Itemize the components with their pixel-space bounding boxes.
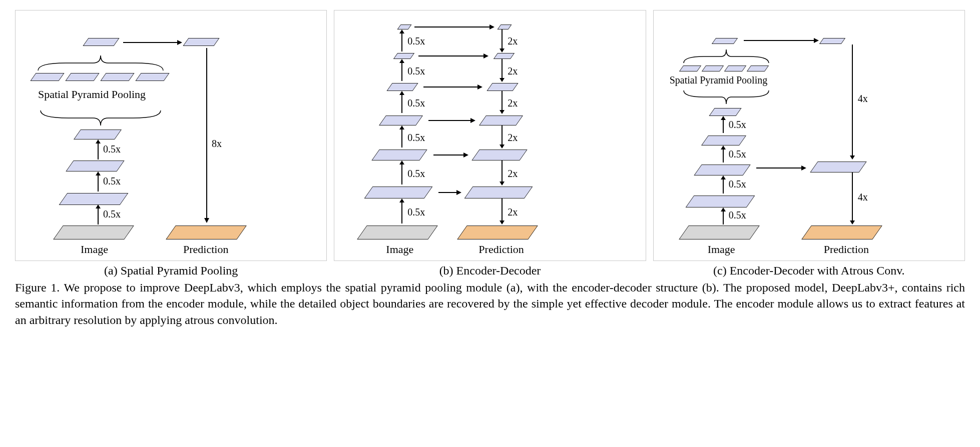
svg-marker-31: [500, 182, 505, 186]
prediction-slab: [166, 226, 247, 240]
subtitle-b: (b) Encoder-Decoder: [334, 264, 646, 278]
svg-marker-61: [850, 220, 855, 224]
svg-marker-17: [399, 91, 404, 95]
feature-slab: [709, 108, 741, 116]
feature-slab: [59, 193, 129, 205]
scale-label: 0.5x: [729, 178, 746, 190]
spp-branch: [30, 73, 64, 81]
scale-label: 0.5x: [407, 66, 425, 77]
prediction-label: Prediction: [183, 243, 228, 256]
svg-marker-47: [721, 208, 726, 212]
down-arrow-icon: [849, 172, 856, 224]
up-arrow-icon: [398, 30, 405, 52]
scale-label: 8x: [212, 138, 222, 150]
svg-marker-3: [96, 172, 101, 176]
figure-caption: Figure 1. We propose to improve DeepLabv…: [15, 280, 965, 328]
scale-label: 2x: [508, 132, 518, 144]
panel-a: Image 0.5x 0.5x 0.5x Spatial Pyramid Poo…: [15, 10, 327, 261]
feature-slab: [694, 164, 750, 176]
prediction-label: Prediction: [478, 243, 524, 256]
up-arrow-icon: [95, 172, 102, 192]
feature-slab: [498, 24, 512, 30]
up-arrow-icon: [398, 198, 405, 224]
feature-slab: [74, 130, 122, 140]
svg-marker-37: [483, 54, 488, 58]
image-label: Image: [708, 243, 735, 256]
up-arrow-icon: [720, 116, 727, 134]
up-arrow-icon: [720, 208, 727, 226]
svg-marker-11: [399, 198, 404, 202]
decoder-mid-slab: [810, 162, 866, 172]
svg-marker-21: [399, 30, 404, 34]
down-arrow-icon: [499, 126, 506, 148]
svg-marker-53: [721, 116, 726, 120]
down-arrow-icon: [499, 30, 506, 52]
svg-marker-13: [399, 160, 404, 164]
down-arrow-icon: [499, 160, 506, 186]
spp-branch: [724, 66, 746, 72]
svg-marker-51: [721, 146, 726, 150]
skip-arrow-icon: [423, 84, 482, 90]
svg-marker-35: [489, 24, 495, 30]
scale-label: 0.5x: [407, 98, 425, 109]
brace-icon: [681, 88, 771, 107]
figure-panels: Image 0.5x 0.5x 0.5x Spatial Pyramid Poo…: [15, 10, 965, 261]
spp-branch: [679, 66, 701, 72]
spp-branch: [100, 73, 134, 81]
svg-marker-45: [456, 190, 461, 195]
image-label: Image: [81, 243, 108, 256]
skip-arrow-icon: [433, 152, 468, 158]
down-arrow-icon: [499, 91, 506, 114]
svg-marker-43: [463, 152, 468, 158]
skip-arrow-icon: [438, 189, 461, 196]
feature-slab: [372, 150, 427, 160]
merged-feature-slab: [711, 38, 737, 44]
svg-marker-59: [801, 166, 806, 170]
scale-label: 0.5x: [729, 210, 746, 221]
svg-marker-7: [177, 40, 182, 45]
input-slab: [357, 226, 438, 240]
spp-branch: [701, 66, 723, 72]
input-slab: [53, 226, 134, 240]
scale-label: 0.5x: [103, 208, 121, 220]
top-right-slab: [819, 38, 845, 44]
scale-label: 4x: [858, 192, 868, 203]
feature-slab: [487, 83, 519, 91]
svg-marker-25: [500, 78, 505, 82]
up-arrow-icon: [720, 146, 727, 164]
svg-marker-9: [204, 218, 209, 223]
top-right-slab: [183, 38, 219, 46]
scale-label: 2x: [508, 36, 518, 47]
svg-marker-55: [814, 38, 819, 43]
skip-arrow-icon: [418, 52, 488, 60]
spp-branch: [135, 73, 169, 81]
feature-slab: [364, 186, 433, 198]
feature-slab: [66, 160, 124, 172]
down-arrow-icon: [499, 59, 506, 82]
up-arrow-icon: [398, 59, 405, 82]
right-arrow-icon: [123, 38, 183, 47]
up-arrow-icon: [398, 91, 405, 114]
skip-arrow-icon: [428, 117, 475, 124]
feature-slab: [685, 196, 755, 208]
input-slab: [679, 226, 760, 240]
brace-icon: [681, 48, 771, 65]
scale-label: 2x: [508, 66, 518, 77]
image-label: Image: [386, 243, 413, 256]
svg-marker-27: [500, 110, 505, 114]
feature-slab: [379, 116, 423, 126]
down-arrow-icon: [203, 48, 210, 223]
feature-slab: [701, 136, 746, 146]
scale-label: 0.5x: [729, 119, 746, 130]
subtitle-a: (a) Spatial Pyramid Pooling: [15, 264, 327, 278]
svg-marker-5: [96, 140, 101, 144]
up-arrow-icon: [720, 176, 727, 194]
scale-label: 0.5x: [407, 36, 425, 47]
spp-label: Spatial Pyramid Pooling: [670, 74, 768, 86]
svg-marker-49: [721, 176, 726, 180]
scale-label: 0.5x: [103, 176, 121, 187]
svg-marker-39: [477, 84, 482, 90]
spp-branch: [746, 66, 768, 72]
down-arrow-icon: [499, 198, 506, 224]
merged-feature-slab: [83, 38, 119, 46]
